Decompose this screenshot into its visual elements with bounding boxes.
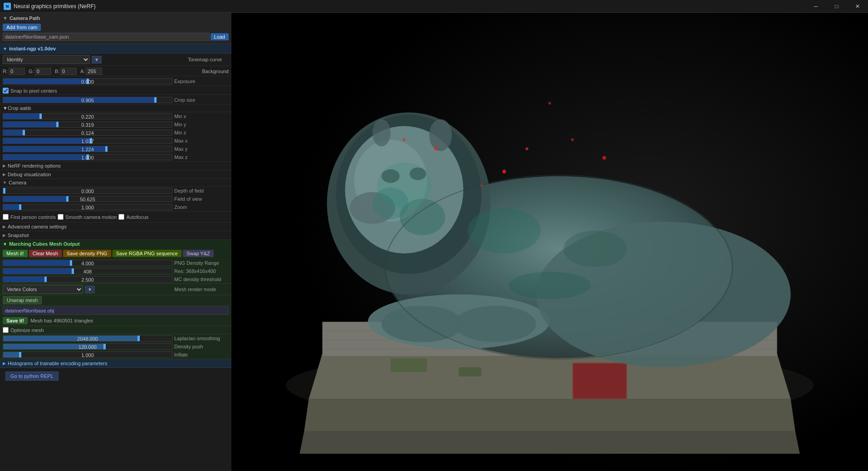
optimize-checkbox[interactable] <box>3 327 9 333</box>
b-input[interactable] <box>60 68 77 75</box>
snap-checkbox[interactable] <box>3 88 9 94</box>
max-x-slider[interactable]: 1.037 <box>3 138 172 144</box>
crop-size-slider[interactable]: 0.905 <box>3 97 172 103</box>
inflate-value: 1.000 <box>3 352 172 358</box>
maximize-button[interactable]: □ <box>826 0 847 13</box>
load-button[interactable]: Load <box>211 33 229 40</box>
min-x-label: Min x <box>174 114 229 119</box>
window-title: Neural graphics primitives (NeRF) <box>14 3 96 10</box>
ngp-title: instant-ngp v1.0dev <box>9 46 56 51</box>
density-push-label: Density push <box>174 344 229 349</box>
mc-buttons-row: Mesh it! Clear Mesh Save density PNG Sav… <box>0 248 231 259</box>
histograms-section[interactable]: ▶ Histograms of trainable encoding param… <box>0 359 231 368</box>
minimize-button[interactable]: ─ <box>805 0 826 13</box>
max-z-slider[interactable]: 1.000 <box>3 154 172 160</box>
svg-point-24 <box>525 148 528 150</box>
add-from-cam-button[interactable]: Add from cam <box>3 24 41 31</box>
swap-yz-button[interactable]: Swap Y&Z <box>183 250 214 257</box>
res-label: Res: 368x416x400 <box>174 268 229 274</box>
max-y-slider[interactable]: 1.224 <box>3 146 172 152</box>
left-panel[interactable]: ▼ Camera Path Add from cam Load ▼ instan… <box>0 13 231 471</box>
python-repl-button[interactable]: Go to python REPL <box>5 372 59 381</box>
close-button[interactable]: ✕ <box>847 0 868 13</box>
camera-path-section: ▼ Camera Path Add from cam Load <box>0 13 231 44</box>
debug-viz-label: Debug visualization <box>8 172 51 177</box>
camera-path-header[interactable]: ▼ Camera Path <box>3 15 229 21</box>
mc-density-slider[interactable]: 2.500 <box>3 276 172 283</box>
unwrap-button[interactable]: Unwrap mesh <box>3 296 42 304</box>
save-rgba-button[interactable]: Save RGBA PNG sequence <box>113 250 181 257</box>
svg-rect-8 <box>574 364 626 398</box>
save-it-button[interactable]: Save it! <box>3 317 28 324</box>
laplacian-label: Laplacian smoothing <box>174 336 229 341</box>
smooth-cam-checkbox[interactable] <box>58 214 64 220</box>
svg-point-29 <box>434 147 438 151</box>
smooth-cam-label: Smooth camera motion <box>65 214 117 220</box>
inflate-slider[interactable]: 1.000 <box>3 352 172 358</box>
png-density-slider[interactable]: 4.000 <box>3 260 172 266</box>
camera-path-arrow: ▼ <box>3 15 8 21</box>
camera-title: Camera <box>9 180 26 185</box>
identity-dropdown-arrow[interactable]: ▼ <box>92 56 102 64</box>
svg-point-21 <box>429 119 452 151</box>
svg-point-22 <box>373 119 391 146</box>
snapshot-section[interactable]: ▶ Snapshot <box>0 231 231 240</box>
mesh-render-mode-select[interactable]: Vertex Colors Albedo Normal None <box>3 285 83 294</box>
autofocus-checkbox[interactable] <box>118 214 124 220</box>
rgba-r-item: R: <box>3 68 25 75</box>
mc-header[interactable]: ▼ Marching Cubes Mesh Output <box>0 240 231 248</box>
svg-point-26 <box>603 156 606 160</box>
first-person-label: First person controls <box>10 214 56 220</box>
nerf-rendering-section[interactable]: ▶ NeRF rendering options <box>0 162 231 170</box>
mesh-render-mode-arrow[interactable]: ▼ <box>85 286 95 293</box>
min-y-slider[interactable]: 0.319 <box>3 121 172 128</box>
ngp-header[interactable]: ▼ instant-ngp v1.0dev <box>0 44 231 54</box>
min-y-label: Min y <box>174 122 229 127</box>
dof-slider[interactable]: 0.000 <box>3 188 172 194</box>
g-input[interactable] <box>35 68 51 75</box>
mesh-it-button[interactable]: Mesh it! <box>3 250 28 257</box>
min-z-slider[interactable]: 0.124 <box>3 129 172 136</box>
first-person-row: First person controls <box>3 214 56 220</box>
ngp-arrow: ▼ <box>3 46 7 51</box>
save-density-button[interactable]: Save density PNG <box>63 250 111 257</box>
advanced-camera-section[interactable]: ▶ Advanced camera settings <box>0 223 231 231</box>
snapshot-label: Snapshot <box>8 233 29 238</box>
clear-mesh-button[interactable]: Clear Mesh <box>29 250 62 257</box>
min-x-slider[interactable]: 0.220 <box>3 113 172 119</box>
svg-rect-5 <box>391 358 427 372</box>
tonemap-label: Tonemap curve <box>188 57 229 62</box>
camera-section-header[interactable]: ▼ Camera <box>0 179 231 187</box>
laplacian-slider[interactable]: 2048.000 <box>3 335 172 342</box>
zoom-label: Zoom <box>174 204 229 210</box>
density-push-slider[interactable]: 120.000 <box>3 343 172 350</box>
inflate-label: Inflate <box>174 352 229 357</box>
camera-path-title: Camera Path <box>10 15 40 21</box>
viewport[interactable] <box>231 13 868 471</box>
mc-density-label: MC density threshold <box>174 277 229 282</box>
obj-filepath-input[interactable] <box>3 307 229 315</box>
fov-slider[interactable]: 50.625 <box>3 196 172 202</box>
a-input[interactable] <box>86 68 102 75</box>
svg-point-30 <box>403 139 406 141</box>
debug-viz-section[interactable]: ▶ Debug visualization <box>0 170 231 179</box>
png-density-label: PNG Density Range <box>174 260 229 266</box>
optimize-mesh-row: Optimize mesh <box>0 326 231 334</box>
min-z-value: 0.124 <box>3 130 172 136</box>
r-input[interactable] <box>9 68 25 75</box>
snap-label: Snap to pixel centers <box>10 88 57 94</box>
svg-rect-6 <box>459 367 481 377</box>
identity-select[interactable]: Identity <box>3 55 90 64</box>
dof-value: 0.000 <box>3 188 172 194</box>
svg-point-32 <box>564 231 627 267</box>
zoom-slider[interactable]: 1.000 <box>3 204 172 210</box>
crop-aabb-header[interactable]: ▼ Crop aabb <box>0 104 231 112</box>
main-layout: ▼ Camera Path Add from cam Load ▼ instan… <box>0 13 868 471</box>
first-person-checkbox[interactable] <box>3 214 9 220</box>
res-slider[interactable]: 408 <box>3 268 172 274</box>
zoom-value: 1.000 <box>3 204 172 211</box>
cam-file-row: Load <box>3 33 229 41</box>
cam-file-input[interactable] <box>3 33 210 41</box>
autofocus-label: Autofocus <box>126 214 148 220</box>
exposure-slider[interactable]: 0.000 <box>3 78 172 84</box>
